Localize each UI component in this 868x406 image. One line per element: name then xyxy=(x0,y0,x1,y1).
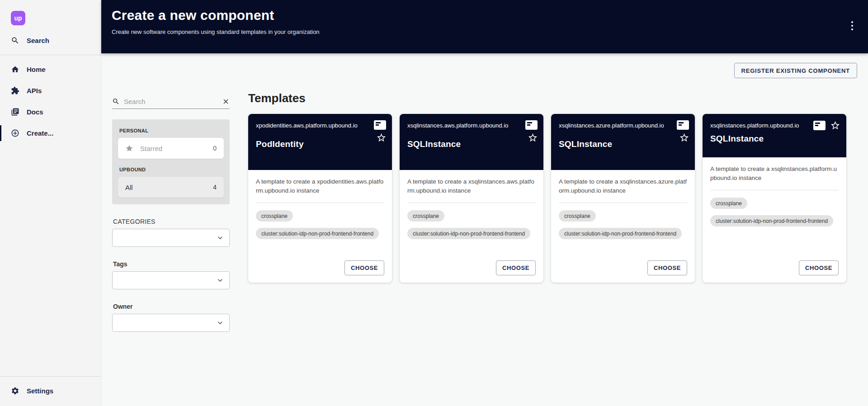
template-card[interactable]: xsqlinstances.azure.platform.upbound.io … xyxy=(551,114,695,283)
template-title: SQLInstance xyxy=(710,134,839,144)
tag-chip: cluster:solution-idp-non-prod-frontend-f… xyxy=(407,228,530,239)
template-description: A template to create a xsqlinstances.aws… xyxy=(407,177,536,196)
filter-search xyxy=(112,98,230,109)
template-card-body: A template to create a xpodidentities.aw… xyxy=(248,170,392,283)
template-card-body: A template to create a xsqlinstances.aws… xyxy=(400,170,543,283)
personal-group-label: PERSONAL xyxy=(119,128,224,133)
card-divider xyxy=(256,203,384,203)
template-card-body: A template to create a xsqlinstances.azu… xyxy=(551,170,695,283)
upbound-logo[interactable]: up xyxy=(11,11,25,25)
star-outline-icon xyxy=(528,132,538,143)
sidebar-item-apis[interactable]: APIs xyxy=(0,80,101,101)
tag-chip: crossplane xyxy=(256,210,293,222)
template-title: PodIdentity xyxy=(256,139,385,149)
star-template-button[interactable] xyxy=(830,120,840,131)
sidebar-item-docs[interactable]: Docs xyxy=(0,101,101,123)
filter-all-count: 4 xyxy=(213,184,217,191)
tags-select[interactable] xyxy=(112,271,230,289)
sidebar-divider xyxy=(0,376,101,377)
filter-all[interactable]: All 4 xyxy=(118,177,224,198)
template-name: xpodidentities.aws.platform.upbound.io xyxy=(256,122,385,130)
filter-starred-count: 0 xyxy=(213,145,217,152)
template-card[interactable]: xsqlinstances.platform.upbound.io SQLIns… xyxy=(703,114,846,283)
template-card-body: A template to create a xsqlinstances.pla… xyxy=(703,157,846,283)
categories-select[interactable] xyxy=(112,229,230,247)
star-template-button[interactable] xyxy=(679,132,689,143)
card-divider xyxy=(559,203,687,203)
template-card-header: xsqlinstances.platform.upbound.io SQLIns… xyxy=(703,114,846,157)
choose-button[interactable]: CHOOSE xyxy=(799,260,839,275)
sidebar-item-search[interactable]: Search xyxy=(0,30,101,51)
star-outline-icon xyxy=(830,120,840,131)
template-title: SQLInstance xyxy=(407,139,536,149)
sidebar-divider xyxy=(0,55,101,55)
templates-section: Templates xpodidentities.aws.platform.up… xyxy=(248,81,857,283)
sidebar-item-create[interactable]: Create... xyxy=(0,123,101,144)
register-existing-component-button[interactable]: REGISTER EXISTING COMPONENT xyxy=(734,63,857,78)
star-outline-icon xyxy=(376,132,387,143)
app-root: up Search Home APIs Docs Create... Setti… xyxy=(0,0,868,406)
apis-icon xyxy=(11,86,19,95)
template-card[interactable]: xpodidentities.aws.platform.upbound.io P… xyxy=(248,114,392,283)
tag-chip: crossplane xyxy=(559,210,596,222)
template-card-header: xsqlinstances.azure.platform.upbound.io … xyxy=(551,114,695,170)
filter-starred[interactable]: Starred 0 xyxy=(118,138,224,159)
create-icon xyxy=(11,129,19,137)
page-title: Create a new component xyxy=(112,8,857,23)
sidebar-item-home[interactable]: Home xyxy=(0,59,101,80)
sidebar-item-settings[interactable]: Settings xyxy=(0,380,101,401)
template-card-header: xsqlinstances.aws.platform.upbound.io SQ… xyxy=(400,114,543,170)
sidebar-item-label: Docs xyxy=(27,108,43,116)
owner-select[interactable] xyxy=(112,314,230,332)
gear-icon xyxy=(11,387,19,395)
sidebar: up Search Home APIs Docs Create... Setti… xyxy=(0,0,101,406)
page-header: Create a new component Create new softwa… xyxy=(101,0,868,53)
card-tags: crossplanecluster:solution-idp-non-prod-… xyxy=(710,198,839,233)
sidebar-item-label: Home xyxy=(27,66,46,73)
star-outline-icon xyxy=(679,132,689,143)
card-footer: CHOOSE xyxy=(256,260,384,275)
star-template-button[interactable] xyxy=(376,132,387,143)
card-tags: crossplanecluster:solution-idp-non-prod-… xyxy=(256,210,384,245)
choose-button[interactable]: CHOOSE xyxy=(496,260,536,275)
tag-chip: crossplane xyxy=(407,210,444,222)
template-card-header: xpodidentities.aws.platform.upbound.io P… xyxy=(248,114,392,170)
template-description: A template to create a xsqlinstances.azu… xyxy=(559,177,687,196)
tag-chip: crossplane xyxy=(710,198,747,209)
kebab-icon xyxy=(851,21,853,23)
content-area: REGISTER EXISTING COMPONENT PERSONAL St xyxy=(101,53,868,406)
clear-search-icon[interactable] xyxy=(222,98,230,105)
ownership-filter-group: PERSONAL Starred 0 UPBOUND All 4 xyxy=(112,119,230,204)
filter-search-input[interactable] xyxy=(124,98,218,105)
tag-chip: cluster:solution-idp-non-prod-frontend-f… xyxy=(559,228,682,239)
page-subtitle: Create new software components using sta… xyxy=(112,28,857,35)
card-divider xyxy=(710,190,839,190)
more-options-button[interactable] xyxy=(848,19,856,33)
choose-button[interactable]: CHOOSE xyxy=(344,260,384,275)
template-type-icon xyxy=(374,120,386,130)
card-tags: crossplanecluster:solution-idp-non-prod-… xyxy=(407,210,536,245)
star-template-button[interactable] xyxy=(528,132,538,143)
sidebar-item-label: Search xyxy=(27,37,49,44)
toolbar: REGISTER EXISTING COMPONENT xyxy=(112,53,857,78)
template-name: xsqlinstances.azure.platform.upbound.io xyxy=(559,122,688,130)
template-type-icon xyxy=(525,120,538,130)
kebab-icon xyxy=(851,28,853,30)
template-card[interactable]: xsqlinstances.aws.platform.upbound.io SQ… xyxy=(400,114,543,283)
star-icon xyxy=(125,144,133,152)
card-tags: crossplanecluster:solution-idp-non-prod-… xyxy=(559,210,687,245)
docs-icon xyxy=(11,108,19,116)
section-title: Templates xyxy=(248,91,857,105)
card-divider xyxy=(407,203,536,203)
sidebar-item-label: Create... xyxy=(27,129,53,137)
search-icon xyxy=(11,36,19,45)
tags-label: Tags xyxy=(113,260,230,268)
categories-label: CATEGORIES xyxy=(113,218,230,225)
filter-all-label: All xyxy=(125,184,133,191)
tag-chip: cluster:solution-idp-non-prod-frontend-f… xyxy=(710,215,833,227)
filter-panel: PERSONAL Starred 0 UPBOUND All 4 CATEGOR… xyxy=(112,81,230,332)
sidebar-spacer xyxy=(0,144,101,373)
choose-button[interactable]: CHOOSE xyxy=(647,260,687,275)
template-description: A template to create a xpodidentities.aw… xyxy=(256,177,384,196)
owner-label: Owner xyxy=(113,303,230,310)
